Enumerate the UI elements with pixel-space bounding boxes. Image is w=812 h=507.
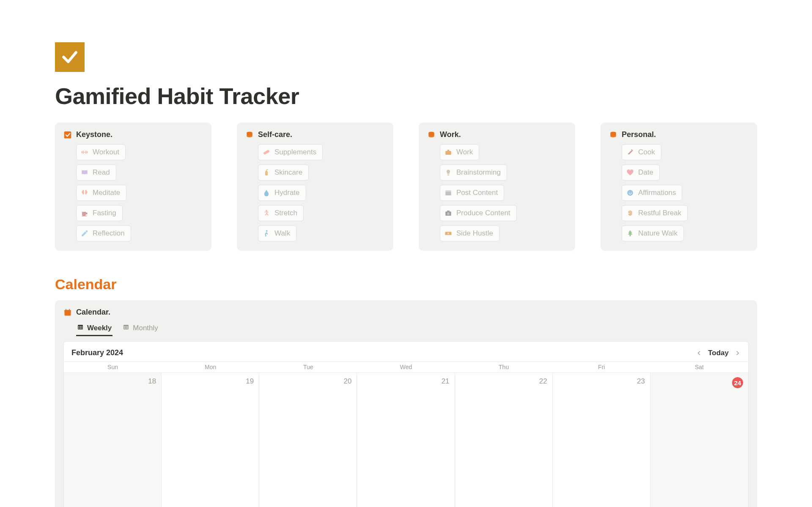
habit-chip-label: Nature Walk bbox=[638, 229, 678, 238]
svg-rect-31 bbox=[69, 309, 70, 310]
svg-rect-10 bbox=[266, 170, 267, 171]
habit-chip[interactable]: Cook bbox=[622, 144, 661, 160]
date-number: 18 bbox=[148, 377, 156, 386]
habit-chip[interactable]: Supplements bbox=[258, 144, 323, 160]
svg-rect-2 bbox=[87, 151, 88, 153]
svg-rect-5 bbox=[84, 152, 86, 153]
habit-chip-label: Date bbox=[638, 168, 653, 177]
habit-chip[interactable]: Restful Break bbox=[622, 205, 688, 221]
card-title: Work. bbox=[440, 130, 461, 139]
habit-chip[interactable]: Skincare bbox=[258, 164, 309, 181]
knife-icon bbox=[626, 148, 634, 156]
svg-rect-37 bbox=[78, 328, 79, 329]
stack-orange-icon bbox=[427, 131, 436, 139]
calendar-grid-icon bbox=[123, 323, 129, 332]
habit-chip[interactable]: Walk bbox=[258, 225, 296, 241]
habit-chip[interactable]: Brainstorming bbox=[440, 164, 507, 181]
svg-rect-45 bbox=[126, 328, 126, 329]
svg-rect-36 bbox=[82, 326, 82, 327]
habit-chip-label: Restful Break bbox=[638, 209, 681, 217]
cash-icon bbox=[444, 230, 452, 237]
habit-chip[interactable]: Hydrate bbox=[258, 185, 306, 201]
stretch-icon bbox=[263, 209, 270, 217]
cards-row: Keystone.WorkoutReadMeditateFastingRefle… bbox=[55, 123, 757, 251]
tree-icon bbox=[626, 230, 634, 237]
habit-chip-label: Supplements bbox=[274, 148, 316, 156]
chip-list: WorkBrainstormingPost ContentProduce Con… bbox=[427, 144, 567, 241]
habit-chip-label: Post Content bbox=[456, 189, 498, 197]
habit-chip[interactable]: Reflection bbox=[76, 225, 131, 241]
habit-chip-label: Hydrate bbox=[274, 189, 300, 197]
habit-chip-label: Stretch bbox=[274, 209, 297, 217]
card-title: Keystone. bbox=[76, 130, 112, 139]
habit-chip[interactable]: Side Hustle bbox=[440, 225, 499, 241]
svg-rect-30 bbox=[66, 309, 66, 310]
habit-chip[interactable]: Stretch bbox=[258, 205, 304, 221]
pencil-icon bbox=[81, 230, 88, 237]
habit-chip[interactable]: Read bbox=[76, 164, 116, 181]
svg-rect-29 bbox=[65, 310, 71, 312]
card-keystone: Keystone.WorkoutReadMeditateFastingRefle… bbox=[55, 123, 211, 251]
card-work: Work.WorkBrainstormingPost ContentProduc… bbox=[419, 123, 575, 251]
habit-chip-label: Side Hustle bbox=[456, 229, 493, 238]
calendar-icon bbox=[63, 308, 72, 317]
page-title: Gamified Habit Tracker bbox=[55, 83, 757, 109]
date-number: 23 bbox=[637, 377, 645, 386]
calendar-prev-button[interactable] bbox=[696, 350, 702, 356]
calendar-weekday-row: SunMonTueWedThuFriSat bbox=[64, 362, 748, 373]
chip-list: WorkoutReadMeditateFastingReflection bbox=[63, 144, 203, 241]
calendar-today-button[interactable]: Today bbox=[708, 349, 729, 357]
svg-point-27 bbox=[631, 192, 631, 193]
svg-rect-34 bbox=[78, 326, 79, 327]
habit-chip[interactable]: Produce Content bbox=[440, 205, 517, 221]
date-number: 20 bbox=[344, 377, 352, 386]
svg-rect-8 bbox=[263, 150, 270, 155]
chip-list: SupplementsSkincareHydrateStretchWalk bbox=[245, 144, 385, 241]
habit-chip[interactable]: Nature Walk bbox=[622, 225, 684, 241]
habit-chip[interactable]: Workout bbox=[76, 144, 126, 160]
calendar-grid-icon bbox=[77, 323, 84, 332]
window-icon bbox=[444, 189, 452, 197]
weekday-label: Sat bbox=[650, 362, 748, 373]
check-square-orange-icon bbox=[63, 131, 72, 139]
habit-chip[interactable]: Post Content bbox=[440, 185, 504, 201]
date-cell[interactable]: 24 bbox=[650, 373, 748, 507]
lotion-icon bbox=[263, 169, 270, 176]
habit-chip-label: Meditate bbox=[93, 189, 120, 197]
habit-chip[interactable]: Fasting bbox=[76, 205, 123, 221]
date-cell[interactable]: 21 bbox=[357, 373, 455, 507]
pill-icon bbox=[263, 148, 270, 156]
date-cell[interactable]: 19 bbox=[162, 373, 259, 507]
calendar-month-label: February 2024 bbox=[71, 348, 123, 357]
app-icon bbox=[55, 42, 85, 72]
svg-point-26 bbox=[629, 192, 630, 193]
habit-chip-label: Walk bbox=[274, 229, 290, 238]
date-cell[interactable]: 18 bbox=[64, 373, 162, 507]
calendar-title: Calendar. bbox=[76, 308, 110, 317]
habit-chip[interactable]: Meditate bbox=[76, 185, 126, 201]
habit-chip[interactable]: Affirmations bbox=[622, 185, 682, 201]
date-cell[interactable]: 22 bbox=[455, 373, 553, 507]
weekday-label: Thu bbox=[455, 362, 553, 373]
date-cell[interactable]: 23 bbox=[553, 373, 650, 507]
card-title: Self-care. bbox=[258, 130, 292, 139]
habit-chip-label: Skincare bbox=[274, 168, 302, 177]
date-cell[interactable]: 20 bbox=[259, 373, 357, 507]
heart-icon bbox=[626, 169, 634, 176]
calendar-next-button[interactable] bbox=[735, 350, 741, 356]
habit-chip[interactable]: Work bbox=[440, 144, 479, 160]
habit-chip-label: Work bbox=[456, 148, 473, 156]
card-personal: Personal.CookDateAffirmationsRestful Bre… bbox=[601, 123, 757, 251]
habit-chip-label: Cook bbox=[638, 148, 655, 156]
today-badge: 24 bbox=[732, 377, 743, 388]
svg-rect-6 bbox=[82, 216, 87, 217]
svg-point-25 bbox=[627, 190, 633, 196]
tab-label: Weekly bbox=[87, 324, 112, 332]
calendar-tab-monthly[interactable]: Monthly bbox=[122, 321, 159, 336]
calendar-tab-weekly[interactable]: Weekly bbox=[76, 321, 112, 336]
hands-icon bbox=[626, 209, 634, 217]
habit-chip[interactable]: Date bbox=[622, 164, 660, 181]
weekday-label: Wed bbox=[357, 362, 455, 373]
walk-icon bbox=[263, 230, 270, 237]
svg-rect-42 bbox=[126, 326, 126, 327]
